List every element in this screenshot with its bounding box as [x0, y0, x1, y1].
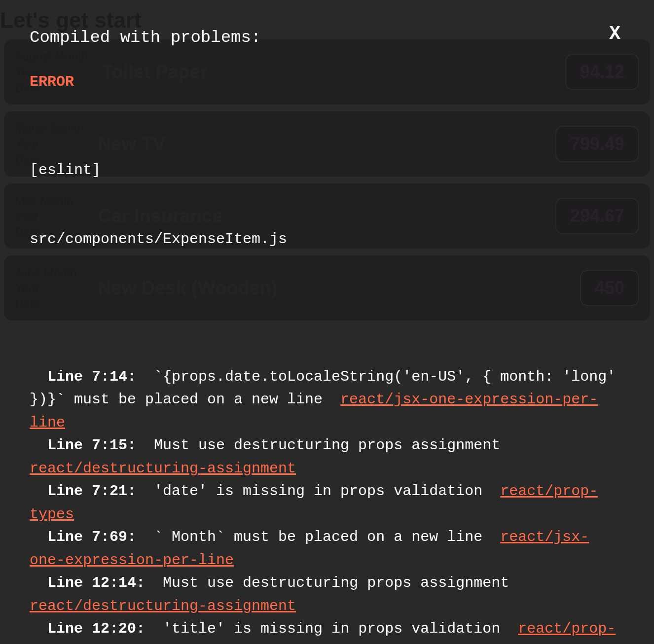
close-button[interactable]: X: [605, 25, 624, 43]
error-location: Line 12:20:: [47, 620, 145, 637]
eslint-rule-link[interactable]: react/destructuring-assignment: [30, 598, 296, 614]
eslint-rule-link[interactable]: react/destructuring-assignment: [30, 460, 296, 477]
error-line: Line 7:21: 'date' is missing in props va…: [30, 480, 624, 526]
error-line: Line 12:20: 'title' is missing in props …: [30, 617, 624, 644]
error-message: Must use destructuring props assignment: [145, 574, 527, 591]
error-line: Line 7:15: Must use destructuring props …: [30, 434, 624, 480]
error-location: Line 7:21:: [47, 483, 136, 500]
error-message: Must use destructuring props assignment: [136, 437, 518, 454]
error-message: ` Month` must be placed on a new line: [136, 529, 500, 545]
error-lines: Line 7:14: `{props.date.toLocaleString('…: [30, 296, 624, 644]
error-location: Line 7:69:: [47, 529, 136, 545]
error-overlay: Compiled with problems: X ERROR [eslint]…: [0, 0, 654, 644]
error-location: Line 12:14:: [47, 574, 145, 591]
error-message: 'title' is missing in props validation: [145, 620, 518, 637]
error-line: Line 7:14: `{props.date.toLocaleString('…: [30, 365, 624, 434]
error-line: Line 12:14: Must use destructuring props…: [30, 572, 624, 617]
error-body: [eslint] src/components/ExpenseItem.js L…: [30, 113, 624, 644]
error-line: Line 7:69: ` Month` must be placed on a …: [30, 526, 624, 572]
error-location: Line 7:14:: [47, 368, 136, 385]
overlay-title: Compiled with problems:: [30, 25, 261, 51]
error-location: Line 7:15:: [47, 437, 136, 454]
error-message: 'date' is missing in props validation: [136, 483, 500, 500]
eslint-tag: [eslint]: [30, 159, 624, 182]
overlay-header: Compiled with problems: X: [30, 25, 624, 51]
error-label: ERROR: [30, 71, 624, 94]
error-file: src/components/ExpenseItem.js: [30, 228, 624, 251]
